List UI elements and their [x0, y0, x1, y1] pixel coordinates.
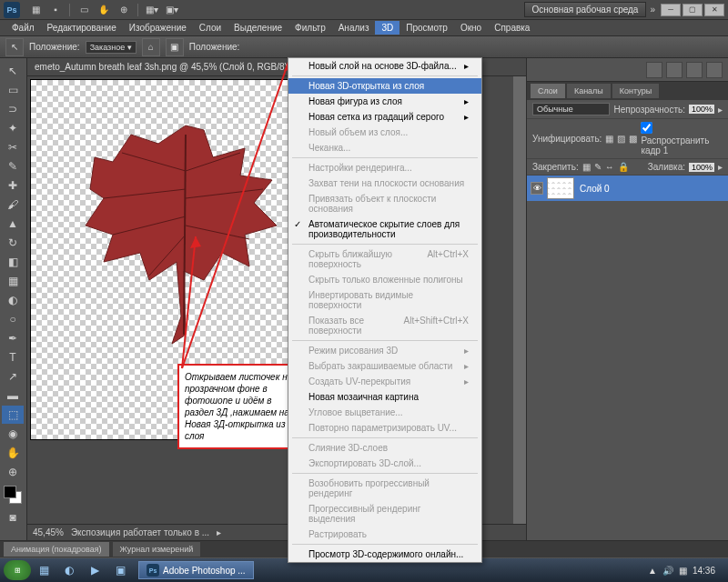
- start-button[interactable]: ⊞: [4, 560, 31, 580]
- panel-tab[interactable]: Каналы: [567, 84, 611, 98]
- preset-select[interactable]: Заказное ▾: [86, 41, 136, 54]
- history-brush-tool[interactable]: ↻: [2, 234, 24, 252]
- brush-tool[interactable]: 🖌: [2, 196, 24, 214]
- panel-icon[interactable]: [706, 62, 723, 78]
- app-icon[interactable]: ▣: [109, 561, 131, 579]
- blend-mode-select[interactable]: Обычные: [532, 103, 610, 115]
- clock[interactable]: 14:36: [693, 566, 715, 576]
- tray-icon[interactable]: ▲: [648, 566, 657, 576]
- unify-icon[interactable]: ▨: [617, 134, 625, 144]
- quickmask-icon[interactable]: ◙: [2, 508, 24, 527]
- menu-item[interactable]: Новая фигура из слоя▸: [288, 94, 481, 109]
- layer-row[interactable]: 👁 Слой 0: [527, 176, 728, 201]
- zoom-tool[interactable]: ⊕: [2, 463, 24, 481]
- path-tool[interactable]: ↗: [2, 367, 24, 386]
- zoom-icon[interactable]: ▭: [76, 2, 92, 18]
- tray-icon[interactable]: 🔊: [662, 566, 673, 576]
- browser-icon[interactable]: ◐: [58, 561, 80, 579]
- gradient-tool[interactable]: ▦: [2, 272, 24, 290]
- menu-item[interactable]: Автоматическое скрытие слоев для произво…: [288, 216, 481, 242]
- menu-item[interactable]: Просмотр 3D-содержимого онлайн...: [288, 547, 481, 562]
- menu-item[interactable]: Новая 3D-открытка из слоя: [288, 78, 481, 94]
- fill-value[interactable]: 100%: [689, 163, 714, 172]
- opacity-label: Непрозрачность:: [613, 105, 685, 115]
- taskbar-app[interactable]: PsAdobe Photoshop ...: [138, 561, 254, 579]
- dodge-tool[interactable]: ○: [2, 310, 24, 328]
- 3d-camera-tool[interactable]: ◉: [2, 425, 24, 443]
- lock-icon[interactable]: ▦: [582, 162, 591, 172]
- menu-3d[interactable]: 3D: [375, 21, 399, 35]
- anim-tab[interactable]: Анимация (покадровая): [4, 542, 109, 557]
- tool-preset-icon[interactable]: ↖: [5, 38, 24, 56]
- screenmode-icon[interactable]: ▣▾: [164, 2, 180, 18]
- hand-icon[interactable]: ✋: [96, 2, 112, 18]
- minimize-button[interactable]: ─: [661, 4, 681, 16]
- zoomlevel-icon[interactable]: ⊕: [116, 2, 132, 18]
- close-button[interactable]: ✕: [704, 4, 724, 16]
- menu-изображение[interactable]: Изображение: [123, 21, 193, 35]
- menu-item[interactable]: Новый слой на основе 3D-файла...▸: [288, 58, 481, 74]
- minibridge-icon[interactable]: ▪: [47, 2, 64, 18]
- visibility-icon[interactable]: 👁: [531, 182, 543, 195]
- leaf-image: [49, 98, 322, 353]
- propagate-checkbox[interactable]: [641, 122, 652, 134]
- stamp-tool[interactable]: ▲: [2, 215, 24, 233]
- panel-icon[interactable]: [686, 62, 703, 78]
- workspace-selector[interactable]: Основная рабочая среда: [524, 2, 647, 17]
- panel-tab[interactable]: Контуры: [612, 84, 659, 98]
- panel-tab[interactable]: Слои: [531, 84, 565, 98]
- marquee-tool[interactable]: ▭: [2, 81, 24, 99]
- menu-файл[interactable]: Файл: [5, 21, 41, 35]
- 3d-tool[interactable]: ⬚: [2, 406, 24, 424]
- opacity-value[interactable]: 100%: [689, 105, 714, 114]
- heal-tool[interactable]: ✚: [2, 176, 24, 195]
- menu-справка[interactable]: Справка: [488, 21, 536, 35]
- menu-выделение[interactable]: Выделение: [228, 21, 288, 35]
- menu-item: Чеканка...: [288, 140, 481, 156]
- menubar: ФайлРедактированиеИзображениеСлоиВыделен…: [0, 20, 728, 36]
- menu-редактирование[interactable]: Редактирование: [41, 21, 123, 35]
- option-label-2: Положение:: [189, 42, 240, 52]
- pen-tool[interactable]: ✒: [2, 329, 24, 347]
- unify-icon[interactable]: ▩: [629, 134, 637, 144]
- lock-icon[interactable]: 🔒: [618, 162, 629, 172]
- eraser-tool[interactable]: ◧: [2, 253, 24, 271]
- wand-tool[interactable]: ✦: [2, 119, 24, 137]
- measure-tab[interactable]: Журнал измерений: [113, 542, 201, 557]
- move-tool[interactable]: ↖: [2, 62, 24, 80]
- type-tool[interactable]: T: [2, 348, 24, 366]
- maximize-button[interactable]: ▢: [682, 4, 703, 16]
- menu-фильтр[interactable]: Фильтр: [288, 21, 332, 35]
- tray-icon[interactable]: ▦: [679, 566, 687, 576]
- lasso-tool[interactable]: ⊃: [2, 100, 24, 118]
- menu-item[interactable]: Новая сетка из градаций серого▸: [288, 109, 481, 125]
- unify-icon[interactable]: ▦: [605, 134, 613, 144]
- menu-item: Повторно параметризировать UV...: [288, 420, 481, 436]
- zoom-level[interactable]: 45,45%: [33, 527, 64, 537]
- panel-icon[interactable]: [666, 62, 682, 78]
- hand-tool[interactable]: ✋: [2, 444, 24, 462]
- menu-item: Выбрать закрашиваемые области▸: [288, 358, 481, 374]
- layer-thumbnail[interactable]: [547, 177, 574, 199]
- arrange-icon[interactable]: ▦▾: [144, 2, 160, 18]
- home-icon[interactable]: ⌂: [142, 38, 160, 56]
- media-icon[interactable]: ▶: [84, 561, 106, 579]
- crop-tool[interactable]: ✂: [2, 138, 24, 156]
- lock-icon[interactable]: ✎: [594, 162, 602, 172]
- menu-item: Инвертировать видимые поверхности: [288, 287, 481, 313]
- frame-icon[interactable]: ▣: [166, 38, 184, 56]
- bridge-icon[interactable]: ▦: [27, 2, 44, 18]
- menu-просмотр[interactable]: Просмотр: [399, 21, 454, 35]
- shape-tool[interactable]: ▬: [2, 386, 24, 405]
- color-swatches[interactable]: [2, 486, 25, 507]
- scrollbar-vertical[interactable]: [513, 76, 526, 524]
- menu-item[interactable]: Новая мозаичная картина: [288, 389, 481, 405]
- panel-icon[interactable]: [646, 62, 662, 78]
- eyedropper-tool[interactable]: ✎: [2, 157, 24, 176]
- blur-tool[interactable]: ◐: [2, 291, 24, 309]
- explorer-icon[interactable]: ▦: [33, 561, 55, 579]
- lock-icon[interactable]: ↔: [605, 162, 614, 172]
- menu-слои[interactable]: Слои: [193, 21, 228, 35]
- menu-окно[interactable]: Окно: [454, 21, 488, 35]
- menu-анализ[interactable]: Анализ: [332, 21, 376, 35]
